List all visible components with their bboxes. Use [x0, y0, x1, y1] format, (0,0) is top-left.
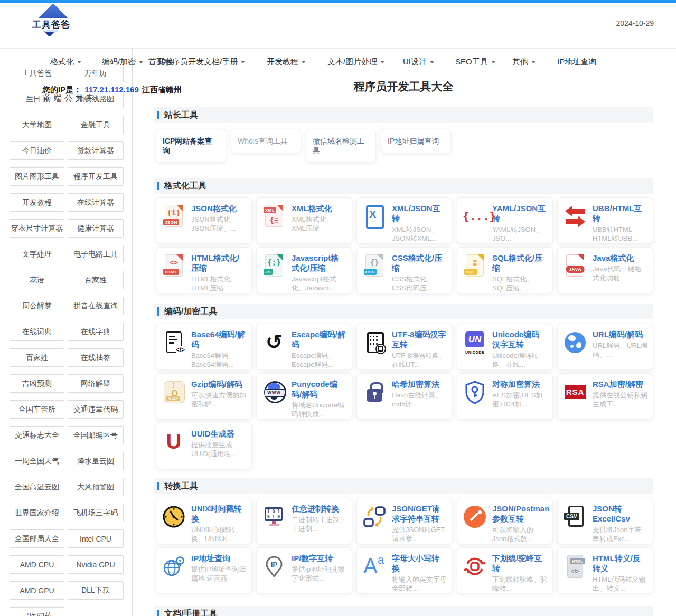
sidebar-item[interactable]: 全国邮局大全	[10, 529, 64, 548]
sidebar-item[interactable]: 在线抽签	[68, 348, 124, 367]
sidebar-item[interactable]: 开发教程	[10, 193, 64, 212]
sidebar-divider	[132, 48, 133, 616]
doc-fold	[277, 205, 283, 211]
tool-title: RSA加密/解密	[593, 379, 647, 389]
doc-symbol: ≣	[463, 258, 487, 267]
tool-card[interactable]: </> Base64编码/解码 Base64解码、Base64编码...	[156, 324, 252, 370]
tool-card[interactable]: HTML </> HTML转义/反转义 HTML代码转义输出、转义...	[557, 547, 653, 594]
sidebar-item[interactable]: 图片图形工具	[10, 167, 64, 186]
sidebar-item[interactable]: 吉凶预测	[10, 374, 64, 393]
nav-item-1[interactable]: 格式化	[50, 57, 81, 67]
nav-item-9[interactable]: SEO工具	[455, 57, 495, 67]
tool-card[interactable]: {} CSS CSS格式化/压缩 CSS格式化、CSS代码压...	[356, 247, 453, 293]
tool-info: UBB/HTML互转 UBB转HTML、HTML转UBB...	[593, 203, 647, 238]
tool-desc: Escape编码、Escape解码...	[292, 351, 346, 369]
sidebar-item[interactable]: 文字处理	[10, 245, 64, 263]
tool-card[interactable]: JSON/Postman参数互转 可以将输入的Json格式数...	[457, 498, 553, 544]
tool-card[interactable]: X → XML/JSON互转 XML转JSON、JSON转XML...	[356, 197, 453, 244]
sidebar-item[interactable]: 大风预警图	[68, 478, 124, 496]
nav-item-5[interactable]: 程序员开发文档/手册	[164, 57, 245, 67]
sidebar-item[interactable]: 拼音在线查询	[68, 297, 124, 315]
sidebar-item[interactable]: 百家姓	[68, 271, 124, 289]
tool-card[interactable]: <> HTML HTML格式化/压缩 HTML格式化、HTML压缩	[156, 247, 252, 293]
tool-card[interactable]: IP地址查询 提供IP地址查询归属地 运营商	[156, 547, 252, 594]
sidebar-item[interactable]: 健康计算器	[68, 219, 124, 238]
sidebar-item[interactable]: 百家姓	[10, 348, 64, 367]
doc-badge: JAVA	[566, 266, 585, 273]
sidebar-item[interactable]: 交通违章代码	[68, 400, 124, 419]
tool-card[interactable]: 哈希加密算法 Hash在线计算、md5计...	[356, 373, 453, 420]
webmaster-link-card[interactable]: ICP网站备案查询	[156, 129, 226, 163]
tool-card[interactable]: IP IP/数字互转 提供ip地址和其数字化形式...	[256, 547, 352, 594]
tool-card[interactable]: ≣ SQL SQL格式化/压缩 SQL格式化、SQL压缩、...	[457, 247, 553, 293]
tool-card[interactable]: {;} JS Javascript格式化/压缩 Javascript格式化、Ja…	[256, 247, 352, 293]
sidebar-item[interactable]: 在线计算器	[68, 193, 124, 212]
tool-info: UTF-8编码汉字互转 UTF-8编码转换、在线UT...	[392, 329, 447, 364]
sidebar-item[interactable]: 网络解疑	[68, 374, 124, 393]
sidebar-item[interactable]: 飞机场三字码	[68, 504, 124, 522]
site-logo[interactable]: 工具爸爸	[31, 5, 72, 46]
u-glyph: U	[162, 430, 186, 453]
tool-card[interactable]: 下划线/驼峰互转 下划线转驼峰、驼峰转...	[457, 547, 553, 594]
tool-card[interactable]: UBB/HTML互转 UBB转HTML、HTML转UBB...	[557, 197, 653, 244]
webmaster-link-card[interactable]: 微信域名检测工具	[306, 129, 376, 163]
nav-item-8[interactable]: UI设计	[403, 57, 434, 67]
tool-card[interactable]: WWW Punycode编码/解码 将域名Unicode编码转换成...	[256, 373, 352, 420]
tool-card[interactable]: UTF-8编码汉字互转 UTF-8编码转换、在线UT...	[356, 324, 453, 370]
tool-card[interactable]: UN UNICODE Unicode编码汉字互转 Unicode编码转换、在线.…	[457, 324, 553, 370]
tool-card[interactable]: CSV JSON转Excel/Csv 提供将Json字符串转成Exc...	[557, 498, 653, 544]
sidebar-item[interactable]: 交通标志大全	[10, 426, 64, 444]
sidebar-item[interactable]: AMD CPU	[10, 555, 64, 574]
tool-card[interactable]: GZIP Gzip编码/解码 可以快速方便的加密和解...	[156, 373, 252, 420]
section-accent-bar	[157, 307, 159, 316]
tool-card[interactable]: 1 0 10 1 0 任意进制转换 二进制转十进制、十进制...	[256, 498, 352, 544]
sidebar-item[interactable]: 全国邮编区号	[68, 426, 124, 444]
sidebar-item[interactable]: 周公解梦	[10, 297, 64, 315]
sidebar-item[interactable]: 穿衣尺寸计算器	[10, 219, 64, 238]
tool-card[interactable]: JSON/GET请求字符串互转 提供JSON转GET请求参...	[356, 498, 453, 544]
sidebar-item[interactable]: 在线词典	[10, 323, 64, 341]
tool-info: IP地址查询 提供IP地址查询归属地 运营商	[191, 553, 246, 588]
sidebar-item[interactable]: 贷款计算器	[68, 141, 124, 160]
sidebar-item[interactable]: 金融工具	[68, 116, 124, 134]
tool-card[interactable]: RSA RSA加密/解密 提供在线公钥私钥生成工...	[557, 373, 653, 420]
tool-card[interactable]: JAVA Java格式化 Java代码一键格式化功能	[557, 247, 653, 293]
tool-card[interactable]: ↺ Escape编码/解码 Escape编码、Escape解码...	[256, 324, 352, 370]
webmaster-link-card[interactable]: IP地址归属查询	[381, 129, 451, 153]
sidebar-item[interactable]: 世界国家介绍	[10, 504, 64, 522]
nav-item-6[interactable]: 开发教程	[267, 57, 306, 67]
sidebar-item[interactable]: 今日油价	[10, 141, 64, 160]
tool-card[interactable]: {i} JSON JSON格式化 JSON格式化、JSON压缩、...	[156, 197, 252, 244]
sidebar-item[interactable]: 寻医问药	[10, 607, 64, 616]
tool-desc: 下划线转驼峰、驼峰转...	[492, 575, 547, 593]
webmaster-link-card[interactable]: Whois查询工具	[231, 129, 301, 153]
tool-card[interactable]: {...} YAML/JSON互转 YAML转JSON、JSO...	[457, 197, 553, 244]
sidebar-item[interactable]: Intel CPU	[68, 529, 124, 548]
sidebar-item[interactable]: 花语	[10, 271, 64, 289]
logo-text: 工具爸爸	[31, 18, 72, 31]
tool-card[interactable]: URL编码/解码 URL解码、URL编码、...	[557, 324, 653, 370]
tool-card[interactable]: {≡ XML XML格式化 XML格式化、XML压缩	[256, 197, 352, 244]
sidebar-item[interactable]: 程序开发工具	[68, 167, 124, 186]
sidebar-item[interactable]: 大学地图	[10, 116, 64, 134]
tool-title: JSON格式化	[191, 203, 246, 213]
tool-card[interactable]: 对称加密算法 AES加密,DES加密,RC4加...	[457, 373, 553, 420]
sidebar-item[interactable]: 全国高温云图	[10, 478, 64, 496]
tool-card[interactable]: U UUID生成器 提供批量生成UUID(通用唯...	[156, 423, 252, 469]
ip-address-link[interactable]: 117.21.112.169	[84, 85, 139, 94]
nav-item-7[interactable]: 文本/图片处理	[327, 57, 384, 67]
nav-item-11[interactable]: IP地址查询	[557, 57, 596, 67]
json-csv-icon: CSV	[563, 505, 587, 529]
nav-item-2[interactable]: 编码/加密	[102, 57, 143, 67]
nav-item-10[interactable]: 其他	[512, 57, 536, 67]
sidebar-item[interactable]: DLL下载	[68, 581, 124, 600]
sidebar-item[interactable]: 一周全国天气	[10, 452, 64, 470]
tool-card[interactable]: UNIX时间戳转换 UNIX时间戳转换、UNIX时...	[156, 498, 252, 544]
sidebar-item[interactable]: 在线字典	[68, 323, 124, 341]
sidebar-item[interactable]: 全国车管所	[10, 400, 64, 419]
sidebar-item[interactable]: 降水量云图	[68, 452, 124, 470]
sidebar-item[interactable]: AMD GPU	[10, 581, 64, 600]
tool-card[interactable]: A a 字母大小写转换 将输入的英文字母全部转...	[356, 547, 453, 594]
sidebar-item[interactable]: Nvidia GPU	[68, 555, 124, 574]
sidebar-item[interactable]: 电子电路工具	[68, 245, 124, 263]
